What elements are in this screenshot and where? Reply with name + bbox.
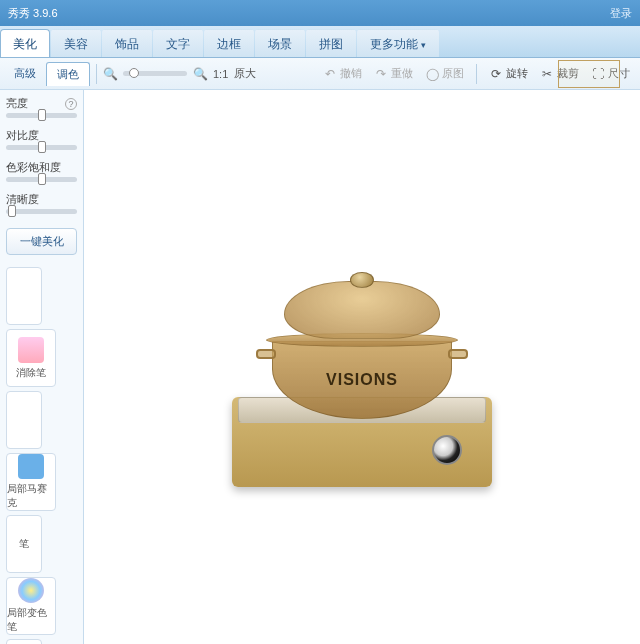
undo-button[interactable]: ↶撤销 [317,63,368,84]
size-icon: ⛶ [591,67,605,81]
eraser-icon [18,337,44,363]
slider-sharpness: 清晰度 [6,192,77,214]
tool-blank-2[interactable] [6,391,42,449]
tab-more[interactable]: 更多功能 [357,29,439,57]
slider-brightness: 亮度? [6,96,77,118]
sharpness-slider[interactable] [6,209,77,214]
original-icon: ◯ [425,67,439,81]
pot-lid [284,281,440,339]
pot: VISIONS [262,309,462,419]
brand-label: VISIONS [326,371,398,389]
size-button[interactable]: ⛶尺寸 [585,63,636,84]
zoom-original[interactable]: 原大 [234,66,256,81]
tab-portrait[interactable]: 美容 [51,29,101,57]
toolbar: 高级 调色 🔍 🔍 1:1 原大 ↶撤销 ↷重做 ◯原图 ⟳旋转 ✂裁剪 ⛶尺寸 [0,58,640,90]
undo-icon: ↶ [323,67,337,81]
redo-icon: ↷ [374,67,388,81]
lid-knob [350,272,374,288]
canvas-area[interactable]: VISIONS [84,90,640,644]
tool-blank-1[interactable] [6,267,42,325]
saturation-slider[interactable] [6,177,77,182]
tool-recolor[interactable]: 局部变色笔 [6,577,56,635]
crop-button[interactable]: ✂裁剪 [534,63,585,84]
tool-partial[interactable]: 笔 [6,515,42,573]
help-icon[interactable]: ? [65,98,77,110]
tab-beautify[interactable]: 美化 [0,29,50,57]
tool-eraser[interactable]: 消除笔 [6,329,56,387]
main-tab-bar: 美化 美容 饰品 文字 边框 场景 拼图 更多功能 [0,26,640,58]
redo-button[interactable]: ↷重做 [368,63,419,84]
mosaic-icon [18,454,44,479]
pot-body: VISIONS [272,341,452,419]
slider-saturation: 色彩饱和度 [6,160,77,182]
cooktop-knob [432,435,462,465]
title-bar: 秀秀 3.9.6 登录 [0,0,640,26]
rotate-icon: ⟳ [489,67,503,81]
zoom-ratio[interactable]: 1:1 [213,68,228,80]
subtab-advanced[interactable]: 高级 [4,62,46,86]
brightness-slider[interactable] [6,113,77,118]
original-button[interactable]: ◯原图 [419,63,470,84]
recolor-icon [18,578,44,603]
tab-text[interactable]: 文字 [153,29,203,57]
tab-ornaments[interactable]: 饰品 [102,29,152,57]
one-click-beautify-button[interactable]: 一键美化 [6,228,77,255]
pot-handle-right [448,349,468,359]
app-title: 秀秀 3.9.6 [8,6,58,21]
tool-grid: 消除笔 局部马赛克 笔 局部变色笔 ✦ 魔幻笔 [6,267,77,644]
subtab-color[interactable]: 调色 [46,62,90,86]
tab-scene[interactable]: 场景 [255,29,305,57]
zoom-in-icon[interactable]: 🔍 [193,67,207,81]
rotate-button[interactable]: ⟳旋转 [483,63,534,84]
separator [96,64,97,84]
workspace: 亮度? 对比度 色彩饱和度 清晰度 一键美化 消除笔 局部马赛克 [0,90,640,644]
product-image: VISIONS [222,237,502,497]
tool-blank-3[interactable] [6,639,42,644]
tab-frame[interactable]: 边框 [204,29,254,57]
login-link[interactable]: 登录 [610,6,632,21]
zoom-slider[interactable] [123,71,187,76]
zoom-out-icon[interactable]: 🔍 [103,67,117,81]
tab-collage[interactable]: 拼图 [306,29,356,57]
tool-mosaic[interactable]: 局部马赛克 [6,453,56,511]
contrast-slider[interactable] [6,145,77,150]
scissors-icon: ✂ [540,67,554,81]
sidebar: 亮度? 对比度 色彩饱和度 清晰度 一键美化 消除笔 局部马赛克 [0,90,84,644]
slider-contrast: 对比度 [6,128,77,150]
pot-handle-left [256,349,276,359]
separator [476,64,477,84]
